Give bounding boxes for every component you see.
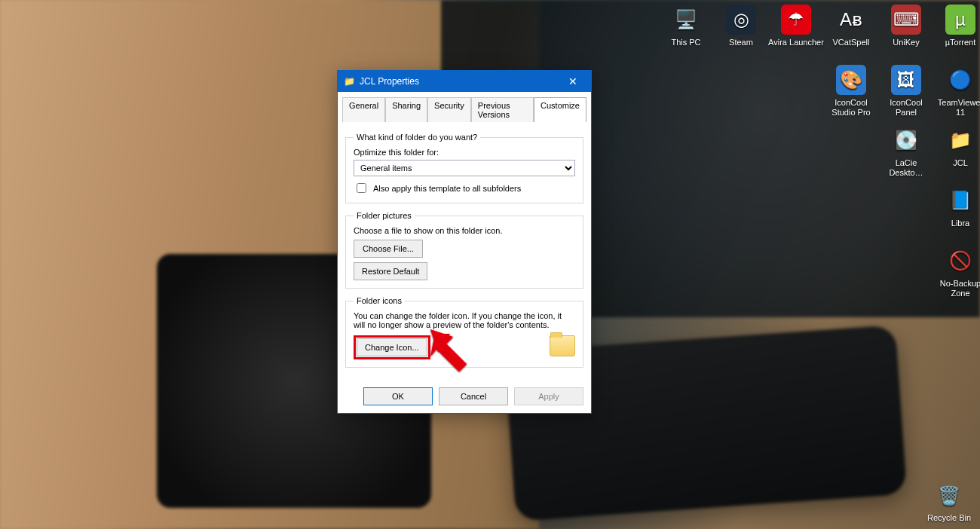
- desktop-this-pc[interactable]: 🖥️This PC: [658, 5, 714, 47]
- apply-button[interactable]: Apply: [514, 387, 583, 405]
- iconcool-studio-icon: 🎨: [836, 65, 866, 95]
- teamviewer-icon: 🔵: [945, 65, 975, 95]
- tab-general[interactable]: General: [342, 97, 385, 122]
- tab-content-customize: What kind of folder do you want? Optimiz…: [338, 122, 591, 383]
- restore-default-button[interactable]: Restore Default: [354, 262, 427, 280]
- unikey-label: UniKey: [878, 38, 934, 47]
- properties-dialog: 📁 JCL Properties ✕ GeneralSharingSecurit…: [337, 70, 592, 414]
- jcl-icon: 📁: [945, 125, 975, 155]
- optimize-select[interactable]: General items: [354, 160, 575, 176]
- vcatspell-label: VCatSpell: [823, 38, 879, 47]
- desktop-steam[interactable]: ◎Steam: [713, 5, 769, 47]
- libra-label: Libra: [933, 219, 980, 228]
- lacie-icon: 💽: [891, 125, 921, 155]
- this-pc-icon: 🖥️: [671, 5, 701, 35]
- dialog-titlebar[interactable]: 📁 JCL Properties ✕: [338, 71, 591, 92]
- tab-strip: GeneralSharingSecurityPrevious VersionsC…: [338, 92, 591, 121]
- desktop-iconcool-panel[interactable]: 🖼IconCool Panel: [878, 65, 934, 117]
- folder-pictures-desc: Choose a file to show on this folder ico…: [354, 226, 575, 235]
- optimize-label: Optimize this folder for:: [354, 148, 575, 157]
- libra-icon: 📘: [945, 185, 975, 216]
- avira-icon: ☂: [781, 5, 811, 35]
- desktop-lacie[interactable]: 💽LaCie Deskto…: [878, 125, 934, 177]
- tab-previous-versions[interactable]: Previous Versions: [471, 97, 534, 122]
- section-folder-icons-legend: Folder icons: [354, 296, 405, 305]
- folder-icons-desc: You can change the folder icon. If you c…: [354, 311, 575, 329]
- lacie-label: LaCie Deskto…: [878, 158, 934, 177]
- iconcool-studio-label: IconCool Studio Pro: [823, 98, 879, 117]
- change-icon-button[interactable]: Change Icon...: [357, 338, 427, 356]
- vcatspell-icon: Aᴃ: [836, 5, 866, 35]
- dialog-footer: OK Cancel Apply: [338, 383, 591, 413]
- change-icon-highlight: Change Icon...: [354, 335, 430, 359]
- section-folder-icons: Folder icons You can change the folder i…: [345, 296, 583, 368]
- section-folder-kind-legend: What kind of folder do you want?: [354, 133, 480, 142]
- tab-sharing[interactable]: Sharing: [385, 97, 427, 122]
- steam-icon: ◎: [726, 5, 756, 35]
- apply-subfolders-checkbox[interactable]: [357, 183, 366, 193]
- cancel-button[interactable]: Cancel: [439, 387, 508, 405]
- avira-label: Avira Launcher: [768, 38, 824, 47]
- close-button[interactable]: ✕: [558, 74, 588, 89]
- teamviewer-label: TeamViewer 11: [933, 98, 980, 117]
- nobackup-icon: 🚫: [945, 246, 975, 276]
- desktop-nobackup[interactable]: 🚫No-Backup Zone: [933, 246, 980, 298]
- utorrent-icon: µ: [945, 5, 975, 35]
- section-folder-kind: What kind of folder do you want? Optimiz…: [345, 133, 583, 203]
- recycle-bin[interactable]: 🗑️ Recycle Bin: [921, 480, 977, 523]
- unikey-icon: ⌨: [891, 5, 921, 35]
- desktop-vcatspell[interactable]: AᴃVCatSpell: [823, 5, 879, 47]
- this-pc-label: This PC: [658, 38, 714, 47]
- tab-customize[interactable]: Customize: [534, 97, 586, 122]
- choose-file-button[interactable]: Choose File...: [354, 240, 423, 258]
- desktop-avira[interactable]: ☂Avira Launcher: [768, 5, 824, 47]
- desktop-teamviewer[interactable]: 🔵TeamViewer 11: [933, 65, 980, 117]
- section-folder-pictures: Folder pictures Choose a file to show on…: [345, 211, 583, 289]
- utorrent-label: µTorrent: [933, 38, 980, 47]
- steam-label: Steam: [713, 38, 769, 47]
- tab-security[interactable]: Security: [427, 97, 471, 122]
- folder-icon: 📁: [344, 76, 355, 87]
- nobackup-label: No-Backup Zone: [933, 279, 980, 298]
- desktop-jcl[interactable]: 📁JCL: [933, 125, 980, 168]
- recycle-bin-icon: 🗑️: [934, 480, 964, 510]
- folder-icon-preview: [550, 335, 575, 356]
- jcl-label: JCL: [933, 158, 980, 168]
- desktop-utorrent[interactable]: µµTorrent: [933, 5, 980, 47]
- iconcool-panel-icon: 🖼: [891, 65, 921, 95]
- iconcool-panel-label: IconCool Panel: [878, 98, 934, 117]
- dialog-title: JCL Properties: [360, 76, 558, 87]
- ok-button[interactable]: OK: [363, 387, 433, 405]
- desktop-iconcool-studio[interactable]: 🎨IconCool Studio Pro: [823, 65, 879, 117]
- recycle-bin-label: Recycle Bin: [921, 513, 977, 523]
- apply-subfolders-row[interactable]: Also apply this template to all subfolde…: [354, 181, 575, 195]
- apply-subfolders-label: Also apply this template to all subfolde…: [373, 184, 521, 193]
- desktop-unikey[interactable]: ⌨UniKey: [878, 5, 934, 47]
- desktop-libra[interactable]: 📘Libra: [933, 185, 980, 228]
- section-folder-pictures-legend: Folder pictures: [354, 211, 415, 220]
